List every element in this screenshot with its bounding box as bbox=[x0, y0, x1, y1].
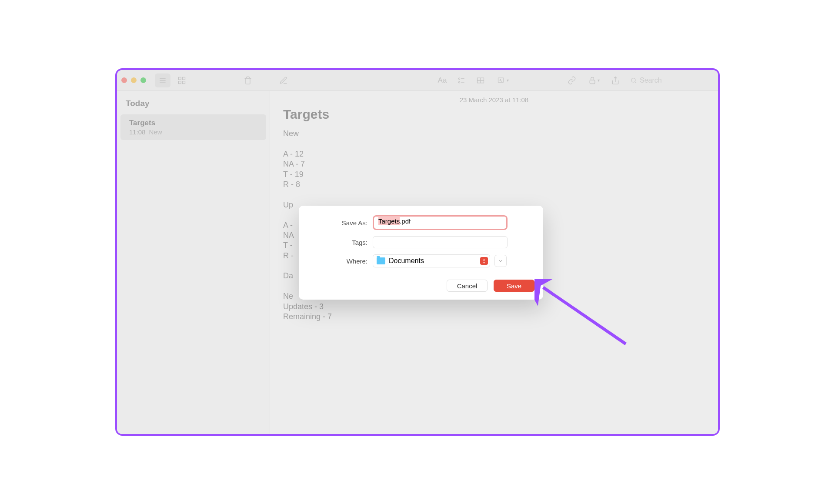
media-button[interactable]: ▾ bbox=[492, 73, 514, 87]
delete-button[interactable] bbox=[240, 73, 256, 87]
svg-point-17 bbox=[631, 78, 635, 82]
save-as-label: Save As: bbox=[307, 219, 373, 227]
svg-rect-6 bbox=[183, 81, 185, 83]
close-window-button[interactable] bbox=[121, 77, 127, 83]
where-label: Where: bbox=[307, 257, 373, 265]
expand-button[interactable] bbox=[494, 255, 507, 267]
note-date: 23 March 2023 at 11:08 bbox=[283, 96, 705, 103]
chevron-down-icon bbox=[498, 258, 503, 264]
search-input[interactable]: Search bbox=[627, 75, 714, 86]
save-dialog: Save As: Targets.pdf Tags: Where: Docume… bbox=[299, 206, 543, 300]
svg-rect-16 bbox=[590, 80, 595, 83]
save-as-field[interactable]: Targets.pdf bbox=[373, 215, 508, 230]
svg-point-9 bbox=[458, 81, 460, 83]
minimize-window-button[interactable] bbox=[131, 77, 137, 83]
where-value: Documents bbox=[389, 257, 477, 265]
lock-button[interactable]: ▾ bbox=[583, 73, 604, 87]
note-list-item[interactable]: Targets 11:08New bbox=[120, 114, 266, 140]
sidebar-heading: Today bbox=[120, 96, 266, 111]
svg-rect-3 bbox=[179, 77, 181, 80]
format-button[interactable]: Aa bbox=[434, 73, 450, 87]
list-view-button[interactable] bbox=[155, 73, 170, 87]
search-placeholder: Search bbox=[640, 77, 662, 84]
svg-rect-5 bbox=[179, 81, 181, 83]
folder-icon bbox=[377, 257, 385, 264]
where-select[interactable]: Documents ▲▼ bbox=[373, 254, 490, 267]
save-as-input[interactable]: Targets.pdf bbox=[375, 217, 505, 228]
compose-button[interactable] bbox=[276, 73, 291, 87]
cancel-button[interactable]: Cancel bbox=[447, 280, 488, 292]
grid-view-button[interactable] bbox=[174, 73, 190, 87]
checklist-button[interactable] bbox=[454, 73, 469, 87]
share-button[interactable] bbox=[608, 73, 623, 87]
note-title: Targets bbox=[283, 107, 705, 122]
link-button[interactable] bbox=[564, 73, 580, 87]
search-icon bbox=[630, 77, 637, 84]
note-list-sub: 11:08New bbox=[129, 128, 257, 136]
svg-point-15 bbox=[500, 79, 501, 80]
svg-rect-4 bbox=[183, 77, 185, 80]
toolbar: Aa ▾ ▾ Search bbox=[117, 70, 718, 91]
save-button[interactable]: Save bbox=[494, 280, 534, 292]
note-list-title: Targets bbox=[129, 119, 257, 127]
sidebar: Today Targets 11:08New bbox=[117, 91, 270, 434]
tags-label: Tags: bbox=[307, 239, 373, 246]
tags-field[interactable] bbox=[373, 236, 508, 248]
table-button[interactable] bbox=[473, 73, 488, 87]
svg-line-18 bbox=[635, 82, 636, 83]
traffic-lights bbox=[121, 77, 146, 83]
updown-icon: ▲▼ bbox=[480, 257, 488, 265]
fullscreen-window-button[interactable] bbox=[140, 77, 146, 83]
app-window: Aa ▾ ▾ Search Today bbox=[115, 68, 720, 436]
svg-point-7 bbox=[458, 78, 460, 79]
